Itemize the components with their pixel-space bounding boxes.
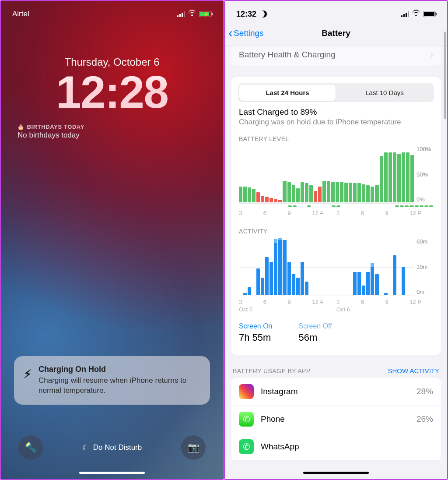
battery-bar — [248, 187, 251, 202]
x-tick: 9 — [288, 210, 312, 216]
home-indicator[interactable] — [303, 472, 369, 474]
battery-bar — [261, 196, 264, 202]
battery-bar — [265, 197, 269, 202]
do-not-disturb-pill[interactable]: ☾ Do Not Disturb — [51, 436, 173, 459]
battery-bar — [322, 181, 326, 202]
x-tick: 9 — [385, 210, 409, 216]
battery-bar — [239, 187, 242, 202]
birthdays-widget[interactable]: 🎂BIRTHDAYS TODAY No birthdays today — [18, 124, 206, 140]
battery-bar — [278, 200, 282, 202]
battery-bar — [336, 182, 339, 202]
x-tick: 9 — [288, 299, 312, 305]
battery-bar — [309, 185, 313, 202]
wifi-icon — [412, 11, 420, 17]
battery-bar — [292, 185, 295, 202]
camera-button[interactable]: 📷 — [181, 435, 206, 460]
battery-bar — [353, 183, 357, 202]
screen-off-label: Screen Off — [298, 322, 332, 330]
wifi-icon — [188, 11, 196, 17]
charging-marker-row — [239, 205, 433, 207]
x-tick: 12 A — [312, 299, 336, 305]
activity-bar — [384, 293, 388, 295]
battery-bar — [349, 183, 352, 202]
screen-off-value: 56m — [298, 332, 332, 343]
battery-bar — [243, 187, 247, 202]
home-indicator[interactable] — [79, 472, 145, 474]
app-percentage: 26% — [416, 414, 433, 424]
activity-bar — [402, 267, 405, 295]
scrollbar[interactable] — [444, 32, 446, 119]
activity-bar — [292, 274, 295, 295]
activity-bar — [256, 268, 260, 295]
app-row-phone[interactable]: ✆Phone26% — [231, 406, 441, 433]
carrier-label: Airtel — [12, 10, 29, 18]
battery-bar — [397, 154, 401, 202]
last-charged-subtitle: Charging was on hold due to iPhone tempe… — [239, 118, 433, 127]
usage-by-app-label: BATTERY USAGE BY APP — [233, 367, 310, 374]
activity-bar — [287, 262, 291, 295]
app-name: Instagram — [261, 387, 410, 396]
app-name: WhatsApp — [261, 442, 426, 452]
cellular-signal-icon — [177, 11, 185, 17]
activity-chart[interactable]: 60m 30m 0m — [239, 238, 433, 296]
charging-notification[interactable]: ⚡︎ Charging On Hold Charging will resume… — [14, 356, 210, 405]
battery-bar — [287, 182, 291, 202]
battery-health-row[interactable]: Battery Health & Charging › — [231, 46, 441, 66]
content-scroll[interactable]: Battery Health & Charging › Last 24 Hour… — [225, 46, 447, 479]
battery-bar — [314, 191, 317, 202]
instagram-icon — [239, 384, 254, 399]
battery-icon — [423, 11, 436, 17]
app-percentage: 28% — [416, 387, 433, 396]
battery-bar — [305, 183, 308, 202]
widget-heading: BIRTHDAYS TODAY — [27, 124, 84, 130]
x-tick: 3 — [239, 299, 262, 305]
page-title: Battery — [322, 28, 350, 38]
focus-moon-icon — [260, 11, 267, 18]
show-activity-button[interactable]: SHOW ACTIVITY — [388, 367, 439, 374]
battery-bar — [327, 181, 330, 202]
y-tick: 0% — [416, 196, 433, 203]
dnd-label: Do Not Disturb — [93, 443, 142, 452]
battery-bar — [366, 185, 370, 202]
app-row-instagram[interactable]: Instagram28% — [231, 378, 441, 406]
charging-bolt-icon: ⚡ — [203, 12, 209, 17]
x-axis: 36912 A36912 P — [239, 210, 433, 216]
activity-bar — [243, 293, 247, 295]
whatsapp-icon: ✆ — [239, 439, 254, 454]
x-tick: 12 P — [410, 210, 433, 216]
app-row-whatsapp[interactable]: ✆WhatsApp — [231, 433, 441, 461]
battery-bar — [270, 198, 273, 202]
status-bar: 12:32 — [225, 1, 447, 21]
activity-bar — [301, 262, 304, 295]
x-tick: 3 — [336, 299, 360, 305]
app-usage-list: Instagram28%✆Phone26%✆WhatsApp — [231, 378, 441, 461]
battery-bar — [380, 156, 383, 202]
battery-level-label: BATTERY LEVEL — [239, 135, 433, 142]
last-charged-title: Last Charged to 89% — [239, 107, 433, 117]
activity-bar — [357, 272, 361, 295]
back-button[interactable]: ‹ Settings — [228, 28, 264, 38]
status-time: 12:32 — [236, 10, 256, 19]
flashlight-button[interactable]: 🔦 — [18, 435, 43, 460]
battery-icon: ⚡ — [199, 11, 212, 17]
tab-24-hours[interactable]: Last 24 Hours — [239, 85, 336, 101]
x-tick: 12 P — [410, 299, 433, 305]
tab-10-days[interactable]: Last 10 Days — [336, 85, 433, 101]
battery-bar — [296, 188, 300, 202]
activity-bar — [270, 262, 273, 295]
x-tick: 6 — [361, 210, 385, 216]
activity-bar — [296, 278, 300, 295]
screen-on-label: Screen On — [239, 322, 272, 330]
x-tick: 6 — [361, 299, 385, 305]
battery-bar — [402, 152, 405, 202]
battery-level-chart[interactable]: 100% 50% 0% — [239, 146, 433, 204]
flashlight-icon: 🔦 — [25, 442, 37, 453]
x-tick: 3 — [239, 210, 262, 216]
activity-bar — [366, 272, 370, 295]
activity-bar — [353, 272, 357, 295]
chevron-left-icon: ‹ — [228, 28, 233, 37]
activity-bar — [261, 278, 264, 295]
battery-bar — [388, 152, 392, 202]
activity-bar — [375, 274, 378, 295]
battery-bar — [256, 192, 260, 202]
